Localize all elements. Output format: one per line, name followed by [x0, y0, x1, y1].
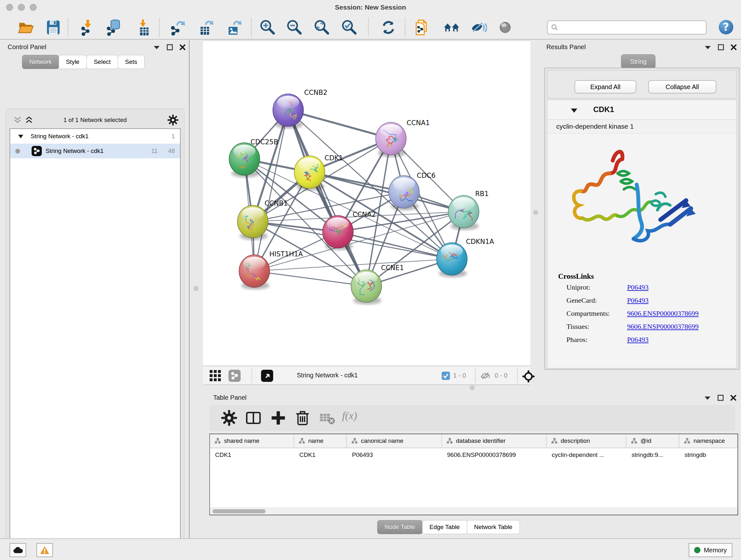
warnings-button[interactable]	[37, 543, 53, 557]
protein-card-header[interactable]: CDK1	[547, 100, 737, 120]
crosslink-link[interactable]: 9606.ENSP00000378699	[627, 309, 698, 318]
crosslink-link[interactable]: 9606.ENSP00000378699	[627, 322, 698, 331]
node-CCNB2[interactable]	[273, 94, 304, 129]
scrollbar-thumb[interactable]	[212, 509, 266, 513]
column-header-name[interactable]: name	[294, 434, 347, 448]
left-splitter-knob[interactable]	[194, 286, 199, 291]
tab-network[interactable]: Network	[22, 55, 59, 69]
tab-edge-table[interactable]: Edge Table	[422, 520, 467, 534]
close-panel-icon[interactable]	[179, 44, 186, 51]
network-options-gear-icon[interactable]	[167, 114, 179, 126]
table-row[interactable]: CDK1CDK1P064939606.ENSP00000378699cyclin…	[210, 448, 738, 462]
node-CCNA1[interactable]	[376, 122, 406, 157]
hide-selected-icon[interactable]	[470, 19, 487, 36]
table-horizontal-scrollbar[interactable]	[210, 508, 738, 515]
panel-menu-icon[interactable]	[704, 45, 711, 50]
export-image-icon[interactable]	[226, 19, 243, 36]
create-column-icon[interactable]	[270, 410, 286, 426]
panel-menu-icon[interactable]	[704, 395, 711, 400]
crosslink-link[interactable]: P06493	[627, 335, 649, 344]
tab-string[interactable]: String	[621, 54, 656, 69]
tree-expander-icon[interactable]	[18, 134, 23, 138]
tab-network-table[interactable]: Network Table	[467, 520, 520, 534]
collapse-all-button[interactable]: Collapse All	[648, 80, 717, 94]
detach-view-icon[interactable]	[261, 370, 273, 382]
first-neighbors-icon[interactable]	[443, 19, 460, 36]
zoom-in-icon[interactable]	[259, 19, 276, 36]
edge-CCNB2-HIST1H1A[interactable]	[254, 110, 288, 271]
control-panel: Control Panel NetworkStyleSelectSets 1 o…	[0, 40, 190, 538]
network-canvas[interactable]: CCNB2CCNA1CDC25BCDK1CDC6RB1CCNB1CCNA2CDK…	[203, 40, 530, 366]
node-CDC6[interactable]	[389, 176, 419, 210]
hidden-eye-icon[interactable]	[480, 371, 491, 381]
tab-select[interactable]: Select	[86, 55, 118, 69]
refresh-view-icon[interactable]	[380, 19, 397, 36]
selected-checkbox-icon[interactable]	[442, 372, 450, 380]
left-splitter[interactable]	[190, 40, 203, 538]
node-CDC25B[interactable]	[229, 143, 260, 178]
export-table-icon[interactable]	[198, 19, 215, 36]
view-network-icon[interactable]	[228, 370, 241, 382]
collapse-section-icon[interactable]	[570, 108, 578, 113]
float-panel-icon[interactable]	[718, 395, 724, 401]
crosslink-link[interactable]: P06493	[627, 283, 649, 292]
panel-menu-icon[interactable]	[153, 45, 160, 50]
function-builder-icon[interactable]: f(x)	[342, 410, 371, 426]
node-CDKN1A[interactable]	[436, 243, 467, 277]
save-session-icon[interactable]	[45, 19, 62, 36]
right-splitter[interactable]	[530, 40, 541, 385]
node-CCNE1[interactable]	[351, 270, 382, 305]
close-panel-icon[interactable]	[731, 44, 737, 51]
column-header--id[interactable]: @id	[626, 434, 679, 448]
tree-row-collection[interactable]: String Network - cdk1 1	[10, 129, 180, 144]
open-session-icon[interactable]	[17, 19, 35, 36]
import-network-file-icon[interactable]	[79, 19, 96, 36]
column-header-canonical-name[interactable]: canonical name	[347, 434, 442, 448]
column-header-description[interactable]: description	[547, 434, 626, 448]
tree-row-network[interactable]: String Network - cdk1 11 48	[10, 144, 180, 159]
table-options-gear-icon[interactable]	[221, 410, 238, 426]
delete-table-icon[interactable]	[319, 410, 336, 426]
column-header-namespace[interactable]: namespace	[679, 434, 738, 448]
import-table-file-icon[interactable]	[135, 19, 152, 36]
memory-button[interactable]: Memory	[689, 543, 732, 557]
zoom-selected-icon[interactable]	[341, 19, 358, 36]
expand-all-button[interactable]: Expand All	[575, 80, 636, 94]
horizontal-splitter-knob[interactable]	[470, 385, 475, 390]
crosslink-link[interactable]: P06493	[627, 296, 649, 305]
edges	[245, 110, 464, 286]
node-CCNB1[interactable]	[238, 205, 268, 240]
column-header-database-identifier[interactable]: database identifier	[442, 434, 547, 448]
node-CCNA2[interactable]	[323, 215, 353, 250]
delete-column-icon[interactable]	[294, 410, 311, 426]
tab-style[interactable]: Style	[59, 55, 87, 69]
search-box[interactable]	[547, 20, 706, 35]
help-icon[interactable]: ?	[718, 18, 735, 36]
right-splitter-knob[interactable]	[533, 210, 538, 215]
zoom-out-icon[interactable]	[286, 19, 303, 36]
tab-sets[interactable]: Sets	[118, 55, 145, 69]
fit-selected-crosshair-icon[interactable]	[522, 370, 535, 383]
search-input[interactable]	[558, 24, 699, 31]
presentation-orb-icon[interactable]	[496, 19, 514, 36]
horizontal-splitter[interactable]	[203, 385, 741, 391]
copy-style-icon[interactable]	[414, 19, 431, 36]
show-columns-icon[interactable]	[245, 410, 262, 426]
edge-CCNB2-CCNE1[interactable]	[288, 110, 366, 286]
import-network-database-icon[interactable]	[105, 19, 123, 36]
close-panel-icon[interactable]	[730, 395, 737, 401]
node-CDK1[interactable]	[294, 156, 325, 191]
export-network-icon[interactable]	[169, 19, 186, 36]
zoom-fit-icon[interactable]	[313, 19, 331, 36]
edge-CCNE1-HIST1H1A[interactable]	[254, 271, 366, 286]
float-panel-icon[interactable]	[718, 44, 724, 51]
cloud-status-button[interactable]	[10, 543, 26, 557]
node-HIST1H1A[interactable]	[239, 255, 270, 290]
float-panel-icon[interactable]	[166, 44, 173, 51]
node-RB1[interactable]	[448, 195, 479, 230]
tab-node-table[interactable]: Node Table	[377, 520, 422, 534]
column-header-shared-name[interactable]: shared name	[210, 434, 294, 448]
view-grid-icon[interactable]	[209, 370, 221, 382]
network-status-dot	[15, 149, 20, 153]
node-table[interactable]: shared namenamecanonical namedatabase id…	[209, 434, 738, 515]
